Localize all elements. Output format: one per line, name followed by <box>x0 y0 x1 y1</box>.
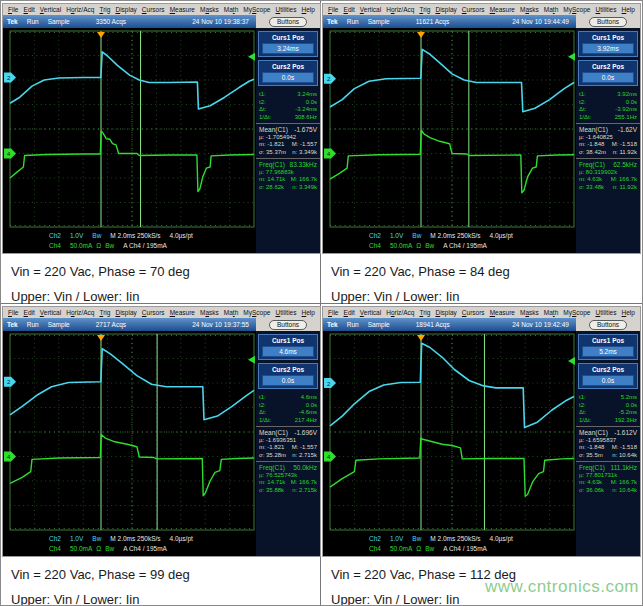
caption-1: Vin = 220 Vac, Phase = 70 deg Upper: Vin… <box>1 254 320 304</box>
menu-item-utilities[interactable]: Utilities <box>276 6 297 13</box>
menu-item-trig[interactable]: Trig <box>419 309 430 316</box>
menu-item-edit[interactable]: Edit <box>344 6 355 13</box>
menu-item-file[interactable]: File <box>8 309 19 316</box>
cursor2-position-label: Curs2 Pos <box>580 62 636 72</box>
cursor2-position-value[interactable]: 0.0s <box>262 375 314 386</box>
menu-item-math[interactable]: Math <box>544 6 558 13</box>
cursor1-position-value[interactable]: 5.2ms <box>582 346 634 357</box>
ch4-label: Ch4 <box>369 544 381 554</box>
menu-item-math[interactable]: Math <box>224 309 238 316</box>
menu-item-utilities[interactable]: Utilities <box>596 309 617 316</box>
delta-t-value: -3.92ms <box>615 106 637 114</box>
menu-item-math[interactable]: Math <box>544 309 558 316</box>
readout-row-1: Ch2 1.0V Bw M 2.0ms 250kS/s 4.0µs/pt <box>3 231 256 241</box>
cursor2-position-value[interactable]: 0.0s <box>262 72 314 83</box>
menu-item-measure[interactable]: Measure <box>170 309 195 316</box>
scope-screen: 24 Ch2 1.0V Bw M 2.0ms 250kS/s 4.0µs/pt … <box>323 28 576 253</box>
menu-item-edit[interactable]: Edit <box>344 309 355 316</box>
t1-value: 4.6ms <box>301 394 317 402</box>
menu-item-help[interactable]: Help <box>622 6 635 13</box>
menu-item-myscope[interactable]: MyScope <box>563 309 590 316</box>
menu-item-display[interactable]: Display <box>115 6 136 13</box>
screenshot-grid: FileEditVerticalHoriz/AcqTrigDisplayCurs… <box>1 1 642 605</box>
cursor2-position-value[interactable]: 0.0s <box>582 375 634 386</box>
cursor1-position-value[interactable]: 3.92ms <box>582 43 634 54</box>
menu-item-myscope[interactable]: MyScope <box>243 309 270 316</box>
cursor1-position-value[interactable]: 4.6ms <box>262 346 314 357</box>
ch2-bandwidth: Bw <box>92 231 101 241</box>
t1-label: t1: <box>579 91 586 99</box>
menu-item-display[interactable]: Display <box>435 6 456 13</box>
mean-value: -1.696V <box>294 429 317 437</box>
menu-item-display[interactable]: Display <box>115 309 136 316</box>
menu-item-myscope[interactable]: MyScope <box>563 6 590 13</box>
buttons-button[interactable]: Buttons <box>269 320 307 330</box>
scope-side-panel: Curs1 Pos 3.24ms Curs2 Pos 0.0s t1:3.24m… <box>256 28 320 253</box>
menu-item-masks[interactable]: Masks <box>520 309 539 316</box>
menu-item-help[interactable]: Help <box>302 309 315 316</box>
delta-t-label: Δt: <box>259 409 266 417</box>
ch4-coupling: Ω <box>416 241 421 251</box>
menu-item-trig[interactable]: Trig <box>99 309 110 316</box>
menu-item-file[interactable]: File <box>328 309 339 316</box>
timebase-readout: M 2.0ms 250kS/s <box>430 534 480 544</box>
menu-item-myscope[interactable]: MyScope <box>243 6 270 13</box>
menu-item-vertical[interactable]: Vertical <box>360 6 381 13</box>
mean-label: Mean(C1) <box>259 429 288 437</box>
menu-item-vertical[interactable]: Vertical <box>360 309 381 316</box>
menu-item-trig[interactable]: Trig <box>419 6 430 13</box>
ch2-bandwidth: Bw <box>92 534 101 544</box>
ch4-label: Ch4 <box>49 544 61 554</box>
menu-item-measure[interactable]: Measure <box>490 309 515 316</box>
freq-mu: µ: 77.801731k <box>579 472 617 480</box>
ch4-label: Ch4 <box>49 241 61 251</box>
menu-item-horizacq[interactable]: Horiz/Acq <box>66 309 94 316</box>
menu-item-edit[interactable]: Edit <box>24 6 35 13</box>
menu-item-cursors[interactable]: Cursors <box>462 309 485 316</box>
menu-item-cursors[interactable]: Cursors <box>462 6 485 13</box>
freq-value: 83.33kHz <box>290 161 317 169</box>
menu-item-masks[interactable]: Masks <box>520 6 539 13</box>
menu-item-horizacq[interactable]: Horiz/Acq <box>386 6 414 13</box>
menu-item-masks[interactable]: Masks <box>200 6 219 13</box>
delta-t-value: -3.24ms <box>295 106 317 114</box>
buttons-button[interactable]: Buttons <box>589 320 627 330</box>
menu-item-edit[interactable]: Edit <box>24 309 35 316</box>
scope-body: 24 Ch2 1.0V Bw M 2.0ms 250kS/s 4.0µs/pt … <box>323 331 640 556</box>
freq-value: 62.5kHz <box>613 161 637 169</box>
menu-item-cursors[interactable]: Cursors <box>142 309 165 316</box>
cursor2-position-value[interactable]: 0.0s <box>582 72 634 83</box>
waveform-display: 24 <box>3 331 256 534</box>
ch2-label: Ch2 <box>49 231 61 241</box>
menu-item-trig[interactable]: Trig <box>99 6 110 13</box>
buttons-button[interactable]: Buttons <box>589 17 627 27</box>
menu-item-masks[interactable]: Masks <box>200 309 219 316</box>
freq-min: m: 4.63k <box>579 176 602 184</box>
ch4-bandwidth: Bw <box>105 544 114 554</box>
delta-t-value: -4.6ms <box>299 409 317 417</box>
mean-count: n: 2.715k <box>292 452 317 460</box>
menu-item-math[interactable]: Math <box>224 6 238 13</box>
cursor1-position-value[interactable]: 3.24ms <box>262 43 314 54</box>
cursor2-position-widget: Curs2 Pos 0.0s <box>578 60 638 86</box>
menu-item-utilities[interactable]: Utilities <box>276 309 297 316</box>
menu-item-vertical[interactable]: Vertical <box>40 309 61 316</box>
menu-item-display[interactable]: Display <box>435 309 456 316</box>
inverse-delta-t-value: 255.1Hz <box>615 114 637 122</box>
menu-item-utilities[interactable]: Utilities <box>596 6 617 13</box>
cursor1-position-label: Curs1 Pos <box>580 336 636 346</box>
buttons-button[interactable]: Buttons <box>269 17 307 27</box>
menu-item-file[interactable]: File <box>328 6 339 13</box>
menu-item-help[interactable]: Help <box>622 309 635 316</box>
menu-item-help[interactable]: Help <box>302 6 315 13</box>
menu-item-horizacq[interactable]: Horiz/Acq <box>66 6 94 13</box>
menu-item-file[interactable]: File <box>8 6 19 13</box>
menu-item-vertical[interactable]: Vertical <box>40 6 61 13</box>
menu-item-horizacq[interactable]: Horiz/Acq <box>386 309 414 316</box>
menu-item-cursors[interactable]: Cursors <box>142 6 165 13</box>
menu-item-measure[interactable]: Measure <box>490 6 515 13</box>
waveform-display: 24 <box>323 28 576 231</box>
menu-item-measure[interactable]: Measure <box>170 6 195 13</box>
acquisition-count: 11621 Acqs <box>416 18 450 25</box>
scope-status-bar: Tek Run Sample 11621 Acqs 24 Nov 10 19:4… <box>323 15 576 28</box>
